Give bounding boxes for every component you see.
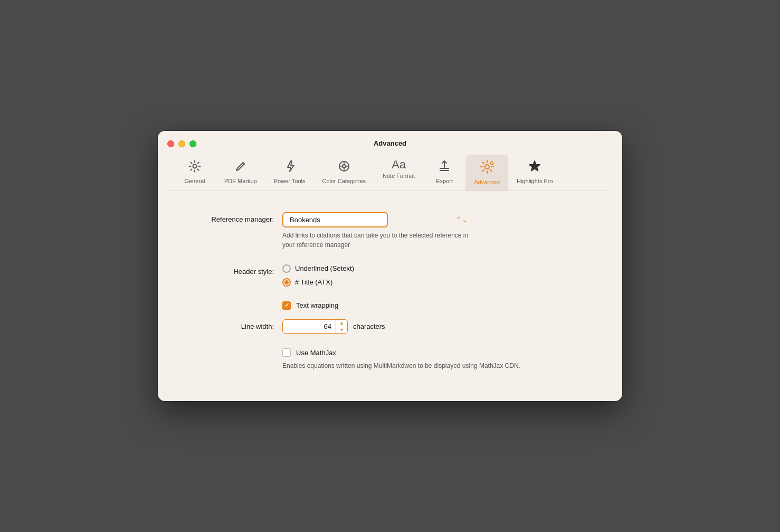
mathjax-checkbox[interactable] [282,348,291,357]
power-tools-label: Power Tools [274,178,306,184]
radio-label-setext: Underlined (Setext) [295,264,354,272]
line-width-input[interactable] [283,320,336,333]
app-window: Advanced General [158,131,622,402]
radio-option-setext[interactable]: Underlined (Setext) [282,264,354,273]
text-wrapping-checkbox[interactable]: ✓ [282,301,291,310]
toolbar: General PDF Markup Po [168,155,612,191]
highlights-pro-label: Highlights Pro [517,178,553,184]
header-style-row: Header style: Underlined (Setext) # Titl… [189,264,591,287]
export-label: Export [436,178,453,184]
reference-manager-select-wrapper: None Bookends Papers Zotero Mendeley ⌃⌄ [282,212,472,227]
maximize-button[interactable] [189,140,196,147]
traffic-lights [167,140,196,147]
reference-manager-control: None Bookends Papers Zotero Mendeley ⌃⌄ … [282,212,472,250]
mathjax-section: Use MathJax Enables equations written us… [282,348,591,370]
text-wrapping-section: ✓ Text wrapping [282,301,591,310]
reference-manager-label: Reference manager: [189,212,274,223]
note-format-label: Note Format [383,173,415,179]
svg-rect-3 [440,168,449,169]
mathjax-description: Enables equations written using MultiMar… [282,361,591,370]
radio-circle-setext [282,264,291,273]
advanced-icon [479,159,495,177]
radio-label-atx: # Title (ATX) [295,278,332,286]
radio-option-atx[interactable]: # Title (ATX) [282,278,354,287]
reference-manager-select[interactable]: None Bookends Papers Zotero Mendeley [282,212,388,227]
color-categories-label: Color Categories [322,178,366,184]
svg-point-5 [485,165,489,169]
text-wrapping-label: Text wrapping [296,301,338,309]
power-tools-icon [282,159,297,176]
svg-rect-4 [440,170,449,171]
mathjax-label: Use MathJax [296,349,336,357]
content-area: Reference manager: None Bookends Papers … [158,191,622,402]
toolbar-item-general[interactable]: General [174,155,216,189]
export-icon [437,159,452,176]
checkmark-icon: ✓ [284,302,289,309]
window-title: Advanced [374,139,406,147]
line-width-label: Line width: [189,322,274,330]
close-button[interactable] [167,140,174,147]
line-width-row: Line width: ▲ ▼ characters [189,319,591,334]
pdf-markup-icon [233,159,248,176]
toolbar-item-color-categories[interactable]: Color Categories [313,155,374,189]
characters-label: characters [353,322,385,330]
toolbar-item-highlights-pro[interactable]: Highlights Pro [508,155,561,189]
header-style-label: Header style: [189,264,274,276]
note-format-icon: Aa [392,159,406,170]
toolbar-item-power-tools[interactable]: Power Tools [265,155,314,189]
titlebar: Advanced General [158,131,622,191]
select-arrow-icon: ⌃⌄ [455,215,468,224]
mathjax-row: Use MathJax [282,348,591,357]
highlights-pro-icon [527,159,542,176]
svg-point-0 [193,164,197,168]
line-width-input-wrapper: ▲ ▼ [282,319,348,334]
line-width-stepper: ▲ ▼ [336,320,347,334]
color-categories-icon [337,159,351,176]
toolbar-item-advanced[interactable]: Advanced [465,155,508,191]
pdf-markup-label: PDF Markup [224,178,257,184]
header-style-radio-group: Underlined (Setext) # Title (ATX) [282,264,354,287]
toolbar-item-note-format[interactable]: Aa Note Format [374,155,423,184]
minimize-button[interactable] [178,140,185,147]
advanced-label: Advanced [474,179,500,185]
radio-circle-atx [282,278,291,287]
reference-manager-row: Reference manager: None Bookends Papers … [189,212,591,250]
general-label: General [184,178,205,184]
svg-point-2 [343,165,346,168]
general-icon [187,159,202,176]
stepper-down-button[interactable]: ▼ [336,327,347,334]
toolbar-item-pdf-markup[interactable]: PDF Markup [216,155,265,189]
reference-manager-description: Add links to citations that can take you… [282,231,472,250]
stepper-up-button[interactable]: ▲ [336,320,347,327]
toolbar-item-export[interactable]: Export [423,155,465,189]
